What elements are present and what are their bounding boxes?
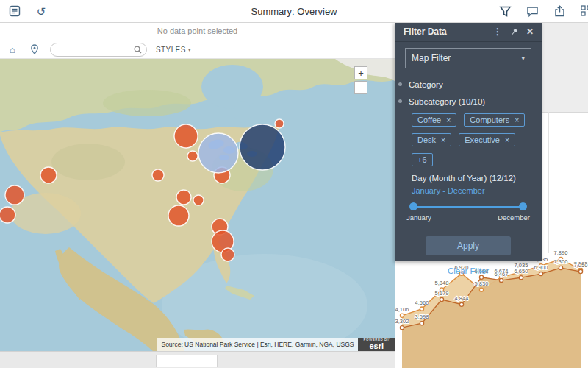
home-extent-button[interactable]: ⌂ bbox=[6, 43, 19, 56]
map-bubble[interactable] bbox=[168, 205, 189, 226]
chart-value-label: 5,179 bbox=[435, 290, 449, 297]
map-bubble[interactable] bbox=[40, 167, 57, 183]
map-bubble[interactable] bbox=[152, 169, 164, 181]
map-bubble[interactable] bbox=[174, 124, 198, 148]
chart-point[interactable] bbox=[559, 266, 562, 269]
chart-point[interactable] bbox=[400, 326, 404, 330]
chip-remove-icon[interactable]: × bbox=[514, 116, 519, 124]
filter-button[interactable] bbox=[498, 4, 512, 18]
map-filter-value: Map Filter bbox=[412, 53, 451, 63]
map-status-text: No data point selected bbox=[157, 26, 237, 35]
legend-box bbox=[156, 355, 218, 367]
chart-point[interactable] bbox=[400, 314, 404, 317]
slider-handle-start[interactable] bbox=[409, 202, 417, 210]
more-button[interactable] bbox=[579, 4, 588, 18]
subcategory-label: Subcategory (10/10) bbox=[409, 97, 485, 106]
chart-value-label: 7,890 bbox=[554, 250, 568, 256]
section-category[interactable]: Category bbox=[398, 76, 531, 93]
chip-label: Desk bbox=[417, 135, 436, 144]
chart-value-label: 5,830 bbox=[475, 280, 489, 287]
map-filter-select[interactable]: Map Filter ▾ bbox=[405, 48, 531, 68]
map-bubble[interactable] bbox=[187, 151, 198, 161]
chart-point[interactable] bbox=[519, 276, 523, 280]
section-subcategory[interactable]: Subcategory (10/10) bbox=[398, 93, 531, 110]
chart-point[interactable] bbox=[499, 278, 503, 282]
chip-label: Executive bbox=[465, 135, 500, 144]
apply-button[interactable]: Apply bbox=[426, 236, 511, 255]
slider-track[interactable] bbox=[411, 206, 526, 208]
history-icon: ↺ bbox=[37, 6, 46, 17]
chart-area-series-lower bbox=[402, 268, 581, 368]
map-zoom-controls: + − bbox=[354, 66, 368, 96]
category-label: Category bbox=[409, 80, 443, 89]
report-button[interactable] bbox=[7, 4, 22, 18]
slider-handle-end[interactable] bbox=[519, 202, 527, 210]
map-bubble[interactable] bbox=[0, 207, 15, 223]
panel-close-button[interactable]: ✕ bbox=[524, 26, 536, 38]
history-button[interactable]: ↺ bbox=[34, 4, 49, 18]
zoom-in-button[interactable]: + bbox=[354, 66, 368, 79]
chart-point[interactable] bbox=[420, 307, 423, 311]
comment-button[interactable] bbox=[525, 4, 539, 18]
chevron-down-icon: ▾ bbox=[188, 46, 191, 53]
expander-dot-icon bbox=[398, 99, 402, 103]
chip-list: Coffee×Computers×Desk×Executive×+6 bbox=[412, 113, 531, 166]
month-range-slider[interactable] bbox=[411, 202, 526, 212]
map-bubble[interactable] bbox=[193, 195, 204, 205]
kebab-icon: ⋮ bbox=[493, 26, 502, 37]
filter-panel-title: Filter Data bbox=[404, 26, 487, 37]
filter-chip-coffee[interactable]: Coffee× bbox=[412, 113, 456, 127]
search-icon bbox=[134, 46, 142, 54]
pin-icon bbox=[510, 28, 518, 36]
share-button[interactable] bbox=[552, 4, 567, 18]
chart-point[interactable] bbox=[479, 275, 483, 279]
map-bubble[interactable] bbox=[240, 124, 285, 170]
panel-menu-button[interactable]: ⋮ bbox=[492, 26, 503, 38]
filter-chip-executive[interactable]: Executive× bbox=[459, 133, 515, 146]
panel-pin-button[interactable] bbox=[508, 26, 520, 38]
comment-icon bbox=[526, 5, 539, 18]
share-icon bbox=[553, 5, 566, 18]
chip-label: Computers bbox=[470, 116, 509, 124]
chart-value-label: 4,560 bbox=[415, 300, 429, 306]
clear-filter-link[interactable]: Clear Filter bbox=[405, 266, 531, 275]
pin-tool-button[interactable] bbox=[28, 43, 41, 56]
map-search[interactable] bbox=[50, 43, 147, 57]
chart-value-label: 3,302 bbox=[395, 318, 409, 325]
filter-chip-desk[interactable]: Desk× bbox=[412, 133, 451, 146]
attribution-text: Source: US National Park Service | Esri,… bbox=[157, 338, 358, 351]
underlay-divider bbox=[548, 112, 549, 253]
chart-value-label: 4,844 bbox=[455, 295, 469, 302]
search-input[interactable] bbox=[55, 45, 131, 54]
chip-remove-icon[interactable]: × bbox=[505, 135, 509, 144]
chart-point[interactable] bbox=[479, 288, 483, 291]
styles-label: STYLES bbox=[156, 46, 186, 54]
close-icon: ✕ bbox=[526, 26, 534, 37]
zoom-out-button[interactable]: − bbox=[354, 81, 368, 94]
esri-logo: POWERED BY esri bbox=[358, 338, 395, 351]
map-bubble[interactable] bbox=[176, 190, 191, 205]
map-bubble[interactable] bbox=[275, 119, 284, 128]
slider-labels: January December bbox=[406, 213, 530, 222]
styles-dropdown[interactable]: STYLES ▾ bbox=[156, 46, 191, 54]
map-bubble[interactable] bbox=[221, 248, 234, 261]
filter-chip-computers[interactable]: Computers× bbox=[464, 113, 525, 127]
filter-chip-6[interactable]: +6 bbox=[412, 153, 433, 166]
chart-point[interactable] bbox=[459, 302, 463, 306]
chip-remove-icon[interactable]: × bbox=[441, 135, 445, 144]
chart-value-label: 3,598 bbox=[415, 314, 429, 320]
chart-point[interactable] bbox=[440, 297, 443, 301]
chart-value-label: 7,300 bbox=[554, 258, 568, 265]
chart-point[interactable] bbox=[420, 322, 423, 325]
slider-min-label: January bbox=[406, 213, 431, 222]
chip-remove-icon[interactable]: × bbox=[446, 116, 451, 124]
map-status-bar: No data point selected bbox=[0, 22, 395, 40]
esri-label: esri bbox=[369, 342, 384, 350]
chart-point[interactable] bbox=[578, 269, 582, 273]
bottom-strip bbox=[0, 351, 395, 368]
map-bubble[interactable] bbox=[198, 133, 238, 173]
app-toolbar: Summary: Overview ↺ bbox=[0, 0, 588, 23]
map-attribution: Source: US National Park Service | Esri,… bbox=[0, 338, 395, 351]
map-canvas[interactable]: + − Source: US National Park Service | E… bbox=[0, 59, 395, 351]
map-bubble[interactable] bbox=[5, 185, 24, 205]
